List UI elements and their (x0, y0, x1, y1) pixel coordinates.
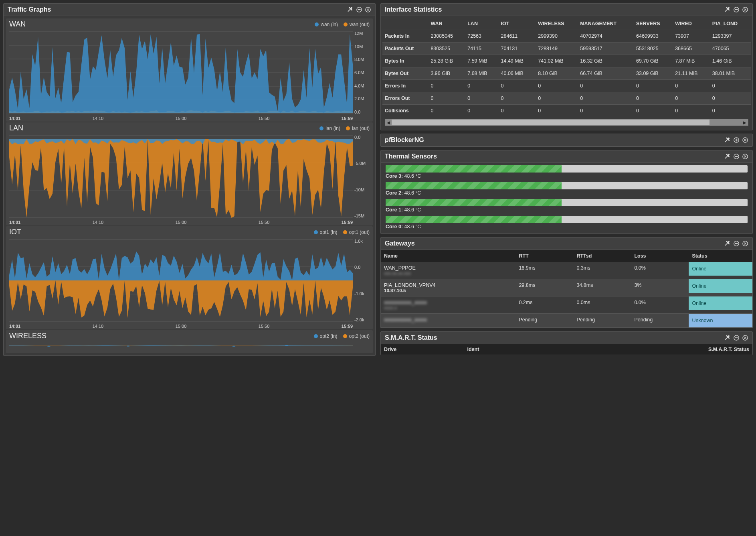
thermal-row: Core 0: 48.6 °C (382, 215, 751, 232)
close-icon[interactable] (742, 240, 748, 247)
ifstats-cell: Packets In (382, 30, 428, 43)
x-tick: 14:01 (9, 116, 20, 121)
ifstats-cell: 368665 (673, 43, 710, 55)
ifstats-cell: 40702974 (578, 30, 634, 43)
wrench-icon[interactable] (724, 240, 731, 247)
thermal-row: Core 1: 48.6 °C (382, 198, 751, 215)
ifstats-cell: Bytes Out (382, 67, 428, 80)
gw-rtt: 16.9ms (515, 262, 573, 279)
gw-name-cell: xxxxxxxxxxx_xxxxx xxxx.x (381, 296, 515, 314)
y-tick: -1.0k (354, 291, 370, 296)
ifstats-col: IOT (499, 18, 536, 30)
minimize-icon[interactable] (356, 6, 362, 13)
gateway-row: WAN_PPPOE xxx.xx.xx.xxx 16.9ms 0.3ms 0.0… (381, 262, 752, 279)
ifstats-cell: Bytes In (382, 55, 428, 67)
graph-name: WAN (9, 20, 26, 28)
gw-rtt: Pending (515, 314, 573, 328)
minimize-icon[interactable] (733, 335, 740, 341)
legend-in[interactable]: opt1 (in) (314, 229, 338, 235)
wrench-icon[interactable] (724, 153, 731, 160)
x-tick: 14:10 (93, 324, 104, 329)
gw-name-cell: PIA_LONDON_VPNV4 10.87.10.5 (381, 279, 515, 296)
wrench-icon[interactable] (724, 137, 731, 143)
ifstats-cell: 0 (578, 92, 634, 105)
x-tick: 14:10 (93, 116, 104, 121)
y-tick: -2.0k (354, 317, 370, 322)
scrollbar-thumb[interactable] (392, 120, 710, 125)
svg-point-20 (127, 345, 130, 346)
gw-status: Online (689, 262, 752, 279)
scroll-left-icon[interactable]: ◀ (385, 120, 392, 125)
ifstats-cell: 55318025 (634, 43, 673, 55)
minimize-icon[interactable] (733, 153, 740, 160)
legend-out[interactable]: opt1 (out) (343, 229, 370, 235)
gw-loss: 0.0% (631, 296, 689, 314)
legend-in[interactable]: lan (in) (319, 126, 340, 131)
horizontal-scrollbar[interactable]: ◀ ▶ (385, 119, 748, 126)
ifstats-cell: 704131 (499, 43, 536, 55)
ifstats-cell: 0 (536, 105, 578, 117)
legend-out[interactable]: wan (out) (344, 22, 370, 27)
ifstats-cell: 0 (465, 105, 498, 117)
thermal-bar (386, 216, 748, 223)
legend-in[interactable]: opt2 (in) (314, 333, 338, 339)
ifstats-cell: 0 (710, 105, 751, 117)
ifstats-cell: Errors Out (382, 92, 428, 105)
legend-out[interactable]: lan (out) (346, 126, 370, 131)
x-tick: 15:00 (176, 220, 187, 225)
close-icon[interactable] (742, 6, 748, 13)
ifstats-cell: 0 (634, 80, 673, 92)
ifstats-cell: 2999390 (536, 30, 578, 43)
x-tick: 15:50 (259, 220, 270, 225)
svg-rect-1 (358, 9, 361, 10)
plus-icon[interactable] (733, 137, 740, 143)
close-icon[interactable] (742, 137, 748, 143)
ifstats-cell: 25.28 GiB (428, 55, 465, 67)
close-icon[interactable] (365, 6, 371, 13)
gw-col: Name (381, 250, 515, 262)
traffic-graphs-panel: Traffic Graphs WAN wan (in) wan (out) 12… (3, 3, 376, 356)
ifstats-col: WIRED (673, 18, 710, 30)
ifstats-cell: 33.09 GiB (634, 67, 673, 80)
scroll-right-icon[interactable]: ▶ (742, 120, 748, 125)
wrench-icon[interactable] (724, 6, 731, 13)
ifstats-cell: 0 (673, 92, 710, 105)
minimize-icon[interactable] (733, 6, 740, 13)
legend-in[interactable]: wan (in) (315, 22, 338, 27)
wrench-icon[interactable] (724, 335, 731, 341)
thermal-bar (386, 199, 748, 206)
ifstats-cell: 0 (428, 80, 465, 92)
legend-out[interactable]: opt2 (out) (343, 333, 370, 339)
gateways-title: Gateways (385, 240, 415, 247)
thermal-sensors-title: Thermal Sensors (385, 153, 437, 160)
close-icon[interactable] (742, 335, 748, 341)
y-tick: 6.0M (354, 70, 370, 75)
smart-status-panel: S.M.A.R.T. Status DriveIdentS.M.A.R.T. S… (380, 331, 753, 355)
gw-loss: 0.0% (631, 262, 689, 279)
ifstats-row: Bytes Out3.96 GiB7.68 MiB40.06 MiB8.10 G… (382, 67, 751, 80)
minimize-icon[interactable] (733, 240, 740, 247)
close-icon[interactable] (742, 153, 748, 160)
smart-col: Drive (381, 344, 464, 355)
ifstats-cell: 64609933 (634, 30, 673, 43)
ifstats-cell: 8.10 GiB (536, 67, 578, 80)
traffic-graph-wan: WAN wan (in) wan (out) 12M10M8.0M6.0M4.0… (6, 18, 373, 122)
ifstats-cell: 0 (578, 80, 634, 92)
svg-point-22 (285, 345, 288, 346)
gw-rtt: 0.2ms (515, 296, 573, 314)
ifstats-cell: 38.01 MiB (710, 67, 751, 80)
gateway-row: xxxxxxxxxxx_xxxxx xxxx.x 0.2ms 0.0ms 0.0… (381, 296, 752, 314)
gateways-table: NameRTTRTTsdLossStatus WAN_PPPOE xxx.xx.… (381, 250, 752, 328)
ifstats-col: WIRELESS (536, 18, 578, 30)
wrench-icon[interactable] (347, 6, 354, 13)
traffic-graph-wireless: WIRELESS opt2 (in) opt2 (out) (6, 330, 373, 353)
x-tick: 14:01 (9, 220, 20, 225)
ifstats-cell: 8303525 (428, 43, 465, 55)
svg-rect-32 (735, 243, 738, 244)
y-tick: -5.0M (354, 161, 370, 166)
graph-name: LAN (9, 124, 23, 132)
thermal-row: Core 2: 48.6 °C (382, 181, 751, 198)
y-tick: -15M (354, 213, 370, 218)
ifstats-cell: 14.49 MiB (499, 55, 536, 67)
ifstats-cell: 3.96 GiB (428, 67, 465, 80)
